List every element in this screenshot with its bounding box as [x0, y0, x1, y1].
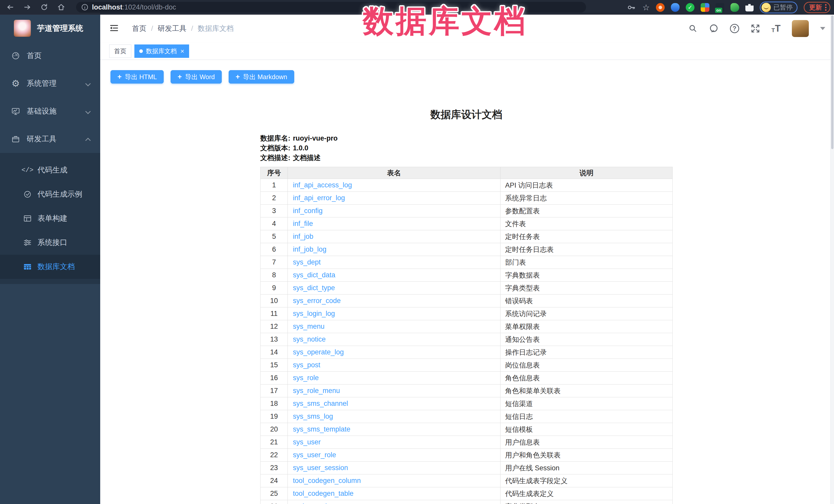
- tab-db-doc[interactable]: 数据库文档 ×: [134, 44, 189, 58]
- search-icon[interactable]: [688, 24, 698, 33]
- password-key-icon[interactable]: [627, 3, 636, 12]
- breadcrumb: 首页 / 研发工具 / 数据库文档: [132, 24, 234, 34]
- table-name-link[interactable]: sys_dict_type: [293, 284, 335, 292]
- reload-icon: [40, 3, 48, 11]
- font-size-icon[interactable]: TT: [772, 24, 781, 33]
- sidebar-item-codegen-example[interactable]: 代码生成示例: [0, 182, 100, 206]
- sidebar-item-system-api[interactable]: 系统接口: [0, 231, 100, 255]
- plus-icon: +: [236, 73, 240, 81]
- breadcrumb-home[interactable]: 首页: [132, 24, 147, 34]
- app-logo-row[interactable]: 芋道管理系统: [0, 15, 100, 42]
- user-menu-caret-icon[interactable]: [820, 27, 825, 30]
- table-name-link[interactable]: sys_sms_log: [293, 413, 333, 420]
- browser-reload-button[interactable]: [39, 2, 49, 12]
- col-header-index: 序号: [261, 167, 288, 179]
- user-avatar[interactable]: [792, 20, 809, 37]
- browser-update-button[interactable]: 更新: [804, 2, 830, 13]
- table-name-link[interactable]: sys_error_code: [293, 297, 341, 305]
- browser-profile-button[interactable]: 已暂停: [760, 2, 797, 13]
- help-question-icon[interactable]: ?: [730, 24, 739, 33]
- browser-forward-button[interactable]: [22, 2, 32, 12]
- row-index: 20: [261, 423, 288, 436]
- row-index: 16: [261, 372, 288, 385]
- plus-icon: +: [117, 73, 122, 81]
- github-icon[interactable]: [709, 24, 719, 34]
- breadcrumb-dev-tools[interactable]: 研发工具: [158, 24, 186, 34]
- table-row: 10 sys_error_code 错误码表: [261, 294, 673, 307]
- sidebar-item-db-doc[interactable]: 数据库文档: [0, 255, 100, 279]
- chevron-down-icon: [85, 81, 91, 86]
- extension-icon-2[interactable]: [671, 3, 680, 12]
- table-name-link[interactable]: tool_codegen_column: [293, 477, 361, 484]
- page-scrollbar[interactable]: [830, 15, 834, 504]
- form-icon: [22, 214, 34, 223]
- table-name-link[interactable]: sys_notice: [293, 335, 326, 343]
- code-icon: </>: [22, 166, 34, 174]
- sliders-icon: [22, 238, 34, 247]
- meta-line: 文档版本:1.0.0: [260, 143, 673, 153]
- table-name-link[interactable]: inf_file: [293, 220, 313, 227]
- table-name-link[interactable]: sys_user_role: [293, 451, 336, 459]
- row-description: 操作日志记录: [501, 346, 673, 359]
- tab-home[interactable]: 首页: [109, 44, 131, 58]
- sidebar-item-system[interactable]: ⚙ 系统管理: [0, 70, 100, 97]
- forward-arrow-icon: [23, 3, 31, 11]
- table-name-link[interactable]: sys_operate_log: [293, 348, 344, 356]
- fullscreen-icon[interactable]: [750, 24, 760, 34]
- browser-home-button[interactable]: [56, 2, 66, 12]
- site-info-icon[interactable]: [81, 4, 88, 11]
- extension-icon-3[interactable]: ✓: [686, 3, 695, 12]
- row-description: 用户信息表: [501, 436, 673, 449]
- row-description: 字典数据表: [501, 269, 673, 282]
- bookmark-star-icon[interactable]: ☆: [642, 3, 650, 12]
- table-name-link[interactable]: sys_login_log: [293, 310, 335, 317]
- export-markdown-button[interactable]: + 导出 Markdown: [229, 70, 294, 84]
- table-name-link[interactable]: tool_test_demo: [293, 502, 341, 504]
- row-description: 定时任务日志表: [501, 243, 673, 256]
- table-name-link[interactable]: sys_sms_channel: [293, 400, 348, 408]
- url-text: localhost:1024/tool/db-doc: [92, 3, 176, 11]
- extension-icon-4[interactable]: [701, 3, 709, 12]
- export-word-button[interactable]: + 导出 Word: [171, 70, 222, 84]
- export-html-button[interactable]: + 导出 HTML: [110, 70, 164, 84]
- table-name-link[interactable]: inf_config: [293, 207, 323, 215]
- row-index: 8: [261, 269, 288, 282]
- extension-icon-5[interactable]: on: [716, 3, 724, 12]
- sidebar-item-dev-tools[interactable]: 研发工具: [0, 125, 100, 153]
- table-name-link[interactable]: sys_sms_template: [293, 425, 350, 433]
- sidebar: 芋道管理系统 首页 ⚙ 系统管理 基础设施 研发工具 </> 代码生成: [0, 15, 100, 504]
- table-row: 17 sys_role_menu 角色和菜单关联表: [261, 385, 673, 397]
- extensions-puzzle-icon[interactable]: [745, 3, 753, 12]
- table-name-link[interactable]: inf_job: [293, 233, 313, 240]
- sidebar-item-infrastructure[interactable]: 基础设施: [0, 97, 100, 125]
- sidebar-item-code-generation[interactable]: </> 代码生成: [0, 158, 100, 182]
- sidebar-item-home[interactable]: 首页: [0, 42, 100, 70]
- row-index: 19: [261, 410, 288, 423]
- table-name-link[interactable]: sys_post: [293, 361, 321, 369]
- extension-icon-6[interactable]: [730, 3, 739, 12]
- row-index: 23: [261, 462, 288, 475]
- table-name-link[interactable]: sys_menu: [293, 323, 325, 330]
- sidebar-collapse-button[interactable]: [109, 23, 119, 34]
- close-icon[interactable]: ×: [180, 48, 184, 54]
- table-name-link[interactable]: sys_dept: [293, 258, 321, 266]
- extension-icon-1[interactable]: [656, 3, 665, 12]
- table-name-link[interactable]: inf_api_access_log: [293, 181, 352, 189]
- table-icon: [22, 262, 34, 271]
- row-index: 7: [261, 256, 288, 269]
- table-name-link[interactable]: tool_codegen_table: [293, 489, 354, 497]
- table-name-link[interactable]: sys_role_menu: [293, 387, 340, 395]
- browser-menu-kebab-icon[interactable]: [825, 4, 827, 11]
- table-name-link[interactable]: sys_role: [293, 374, 319, 382]
- scrollbar-thumb[interactable]: [831, 16, 833, 149]
- dev-tools-submenu: </> 代码生成 代码生成示例 表单构建 系统接口 数据库文档: [0, 153, 100, 284]
- main-content: + 导出 HTML + 导出 Word + 导出 Markdown 数据库设计文…: [100, 60, 834, 504]
- table-name-link[interactable]: sys_user: [293, 438, 321, 446]
- table-name-link[interactable]: inf_api_error_log: [293, 194, 345, 202]
- sidebar-item-form-builder[interactable]: 表单构建: [0, 206, 100, 231]
- table-name-link[interactable]: sys_user_session: [293, 464, 348, 472]
- table-name-link[interactable]: sys_dict_data: [293, 271, 335, 279]
- table-name-link[interactable]: inf_job_log: [293, 245, 327, 253]
- dashboard-icon: [10, 51, 22, 60]
- browser-back-button[interactable]: [5, 2, 16, 12]
